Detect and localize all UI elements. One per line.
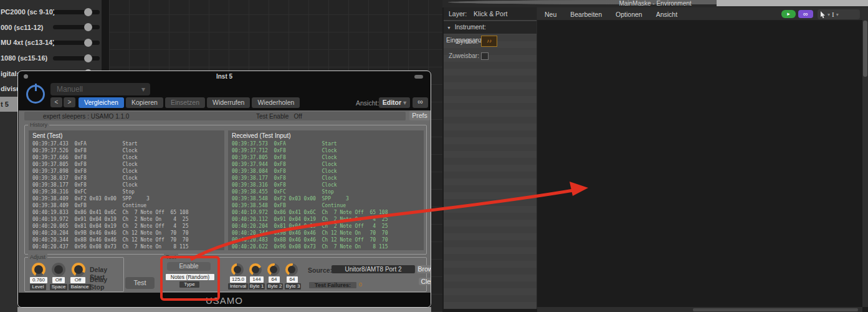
plugin-titlebar[interactable]: Inst 5	[18, 71, 431, 82]
header-button[interactable]: Widerrufen	[207, 97, 250, 108]
vertical-scrollbar[interactable]	[862, 7, 868, 307]
plugin-window: Inst 5 Manuell▾ < > VergleichenKopierenE…	[17, 71, 431, 308]
delay-stop-button[interactable]: Delay Stop	[90, 276, 123, 291]
prev-preset-button[interactable]: <	[50, 97, 62, 107]
log-row: 00:39:38.548 0xF2 0x03 0x00 SPP 3	[232, 195, 388, 202]
header-button[interactable]: Einsetzen	[165, 97, 205, 108]
header-button[interactable]: Vergleichen	[79, 97, 124, 108]
text-tool-icon[interactable]: I	[832, 11, 834, 18]
view-dropdown[interactable]: Editor ▾	[379, 97, 410, 108]
mixer-row[interactable]: 000 (sc11-12)	[0, 20, 102, 36]
midi-thru-icon[interactable]: ▸	[781, 10, 796, 18]
toolbar-menu[interactable]: Optionen	[616, 11, 642, 18]
window-under-strip	[17, 307, 431, 312]
test-button[interactable]: Test	[125, 277, 155, 289]
preset-dropdown[interactable]: Manuell▾	[50, 83, 150, 95]
chevron-down-icon: ▾	[141, 83, 145, 95]
mixer-slider[interactable]	[53, 25, 100, 29]
power-icon[interactable]	[26, 85, 45, 104]
log-row: 00:40:20.437 0x96 0x08 0x73 Ch 7 Note On…	[32, 243, 188, 250]
adjust-group: Adjust 0.760 Off Off Level Space Balance…	[24, 257, 124, 292]
view-label: Ansicht:	[356, 99, 379, 107]
link-icon[interactable]: ∞	[413, 97, 428, 108]
mixer-slider-knob[interactable]	[84, 8, 92, 16]
mixer-slider-knob[interactable]	[84, 39, 92, 47]
environment-toolbar: NeuBearbeitenOptionenAnsicht ▸ ∞ ▾ I ▾	[537, 7, 868, 21]
byte3-value[interactable]: 64	[287, 276, 298, 283]
window-pill-icon[interactable]	[414, 75, 423, 79]
balance-knob[interactable]	[72, 263, 85, 276]
history-group: History Sent (Test) 00:39:37.433 0xFA St…	[24, 125, 427, 255]
browse-button[interactable]: Browse	[417, 265, 431, 273]
clear-button[interactable]: Clear	[419, 278, 431, 285]
log-row: 00:39:37.433 0xFA Start	[32, 140, 188, 147]
mixer-row[interactable]: MU 4xt (sc13-14)	[0, 35, 102, 51]
log-row: 00:39:37.573 0xFA Start	[232, 140, 388, 147]
mixer-row[interactable]: 1080 (sc15-16)	[0, 51, 102, 66]
instrument-row[interactable]: ▼ Instrument: Eingangsanzeige	[444, 21, 537, 34]
toolbar-menu[interactable]: Neu	[545, 11, 556, 18]
disclosure-triangle-icon[interactable]: ▼	[447, 26, 451, 30]
mixer-row[interactable]: PC2000 (sc 9-10)	[0, 4, 102, 20]
background-window-strip	[717, 0, 868, 6]
layer-row[interactable]: Layer: Klick & Port	[444, 7, 537, 20]
interval-knob[interactable]	[231, 263, 244, 276]
toolbar-menu[interactable]: Ansicht	[656, 11, 677, 18]
byte2-value[interactable]: 64	[269, 276, 280, 283]
byte3-knob[interactable]	[285, 263, 298, 276]
layer-value: Klick & Port	[474, 10, 507, 17]
toolbar-menus: NeuBearbeitenOptionenAnsicht	[545, 7, 677, 21]
scrollbar-thumb[interactable]	[693, 308, 858, 311]
symbol-icon[interactable]: ♪♪	[481, 36, 497, 47]
environment-canvas[interactable]	[537, 21, 862, 307]
header-button[interactable]: Kopieren	[126, 97, 163, 108]
instrument-label: Instrument:	[455, 24, 486, 31]
interval-label: Interval	[228, 283, 248, 290]
log-row: 00:39:37.666 0xF8 Clock	[32, 154, 188, 161]
next-preset-button[interactable]: >	[64, 97, 75, 107]
scrollbar-thumb[interactable]	[863, 21, 867, 77]
byte1-label: Byte 1	[249, 283, 265, 290]
test-enable-status: Test Enable Off	[256, 113, 302, 120]
prefs-button[interactable]: Prefs	[409, 110, 430, 120]
assignable-checkbox[interactable]	[481, 52, 489, 60]
balance-value[interactable]: Off	[70, 277, 85, 283]
mixer-slider[interactable]	[53, 10, 100, 14]
plugin-body: expert sleepers : USAMO 1.1.0 Test Enabl…	[19, 110, 431, 294]
mixer-slider-knob[interactable]	[84, 54, 92, 62]
log-row: 00:40:20.344 0x8B 0x46 0x46 Ch 12 Note O…	[32, 236, 188, 243]
plugin-window-title: Inst 5	[18, 73, 431, 80]
test-failures-label: Test Failures:	[309, 282, 356, 288]
space-knob[interactable]	[52, 263, 65, 276]
mixer-slider[interactable]	[53, 41, 100, 45]
level-knob[interactable]	[32, 263, 45, 276]
byte2-knob[interactable]	[267, 263, 280, 276]
mixer-row-label: t 5	[1, 100, 9, 108]
space-value[interactable]: Off	[52, 277, 65, 283]
mixer-slider-knob[interactable]	[84, 23, 92, 31]
header-buttons: VergleichenKopierenEinsetzenWiderrufenWi…	[79, 97, 300, 108]
log-row: 00:39:37.712 0xF8 Clock	[232, 147, 388, 154]
tool-selector[interactable]: ▾ I ▾	[818, 9, 860, 19]
plugin-footer-brand: USAMO	[18, 295, 431, 306]
log-row: 00:39:37.526 0xF8 Clock	[32, 147, 188, 154]
header-button[interactable]: Wiederholen	[252, 97, 300, 108]
log-row: 00:39:38.084 0xF8 Clock	[232, 168, 388, 175]
interval-value[interactable]: 125.0	[230, 276, 246, 283]
log-row: 00:40:20.204 0x9B 0x46 0x46 Ch 12 Note O…	[32, 230, 188, 236]
byte1-knob[interactable]	[249, 263, 262, 276]
mixer-row-label: 1080 (sc15-16)	[1, 54, 47, 62]
environment-window: MainMaske - Environment Layer: Klick & P…	[442, 0, 868, 312]
level-value[interactable]: 0.760	[30, 277, 47, 283]
log-row: 00:40:20.204 0x81 0x04 0x19 Ch 2 Note Of…	[232, 223, 388, 230]
mixer-row-label: MU 4xt (sc13-14)	[1, 39, 55, 46]
log-row: 00:39:37.898 0xF8 Clock	[32, 168, 188, 175]
link-icon[interactable]: ∞	[798, 10, 813, 18]
toolbar-menu[interactable]: Bearbeiten	[570, 11, 602, 18]
horizontal-scrollbar[interactable]	[537, 307, 862, 312]
log-row: 00:40:20.622 0x96 0x08 0x73 Ch 7 Note On…	[232, 243, 388, 250]
byte1-value[interactable]: 144	[250, 276, 264, 283]
mixer-slider[interactable]	[53, 56, 100, 61]
received-log-rows: 00:39:37.573 0xFA Start00:39:37.712 0xF8…	[232, 140, 388, 250]
source-field[interactable]: Unitor8/AMT8 Port 2	[331, 265, 415, 273]
